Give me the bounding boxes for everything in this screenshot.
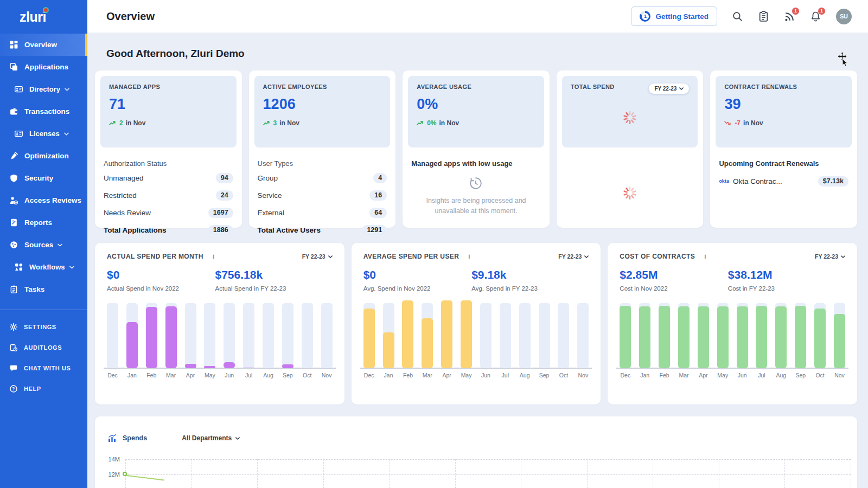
getting-started-button[interactable]: 1 Getting Started (631, 7, 717, 26)
info-icon[interactable]: i (213, 253, 214, 260)
gridline (192, 459, 192, 488)
row-value-pill: 4 (373, 173, 387, 183)
bar-value (185, 364, 196, 368)
bell-icon[interactable]: 1 (810, 11, 821, 22)
sidebar-item-auditlogs[interactable]: AUDITLOGS (0, 337, 87, 358)
total-row: Total Applications 1886 (104, 221, 233, 239)
sidebar-item-reports[interactable]: Reports (0, 211, 87, 234)
managed-apps-panel: MANAGED APPS 71 2 in Nov (100, 76, 237, 147)
bar-dec (620, 299, 631, 368)
bars-area (363, 299, 589, 368)
search-icon[interactable] (732, 11, 743, 22)
loading-spinner (622, 110, 637, 125)
card-title: CONTRACT RENEWALS (724, 84, 843, 90)
main-content: Good Afternoon, Zluri Demo MANAGED APPS … (87, 33, 868, 488)
month-label: Oct (302, 372, 313, 378)
fiscal-year-dropdown[interactable]: FY 22-23 (558, 253, 589, 260)
bar-may (717, 299, 729, 368)
month-label: Jan (383, 372, 394, 378)
sidebar-item-chat-with-us[interactable]: CHAT WITH US (0, 358, 87, 378)
info-icon[interactable]: i (468, 253, 470, 260)
bar-mar (422, 299, 433, 368)
sidebar-item-transactions[interactable]: Transactions (0, 100, 87, 123)
bar-track (519, 303, 531, 368)
bar-jan (383, 299, 394, 368)
bar-nov (321, 299, 333, 368)
sidebar-item-settings[interactable]: SETTINGS (0, 317, 87, 337)
bar-value (243, 368, 254, 368)
fiscal-year-dropdown[interactable]: FY 22-23 (649, 84, 689, 94)
settings-icon (10, 323, 17, 331)
sidebar-item-directory[interactable]: Directory (0, 78, 87, 100)
sidebar-item-security[interactable]: Security (0, 167, 87, 189)
insights-placeholder: Insights are being processed and unavail… (411, 176, 541, 217)
stat-list: Unmanaged94Restricted24Needs Review1697 (104, 169, 233, 221)
chart-title: COST OF CONTRACTS (620, 253, 695, 260)
user-avatar[interactable]: SU (836, 9, 852, 24)
month-labels: DecJanFebMarAprMayJunJulAugSepOctNov (620, 372, 845, 378)
security-icon (10, 174, 18, 182)
bar-track (500, 303, 511, 368)
total-row: Total Active Users 1291 (258, 221, 387, 239)
fiscal-year-dropdown[interactable]: FY 22-23 (815, 253, 845, 260)
month-label: Jan (126, 372, 138, 378)
clipboard-icon[interactable] (758, 11, 769, 22)
stat-label: Actual Spend in Nov 2022 (107, 285, 215, 292)
bar-value (678, 306, 690, 368)
bar-dec (107, 299, 118, 368)
whats-new-feed-icon[interactable]: 1 (784, 11, 795, 22)
sidebar-item-applications[interactable]: Applications (0, 56, 87, 78)
departments-value: All Departments (182, 434, 232, 442)
chart-title: AVERAGE SPEND PER USER (363, 253, 459, 260)
month-label: Apr (185, 372, 196, 378)
zluri-logo[interactable]: zluri (0, 0, 87, 34)
total-spend-card: TOTAL SPEND FY 22-23 (557, 70, 704, 228)
trend-down-icon (724, 120, 732, 126)
row-value-pill: 94 (216, 173, 233, 183)
bar-jul (243, 299, 254, 368)
month-label: Sep (795, 372, 806, 378)
gridline (719, 459, 719, 488)
bar-mar (165, 299, 177, 368)
stat-cards-row: MANAGED APPS 71 2 in Nov Authorization S… (95, 70, 857, 228)
month-label: Nov (834, 372, 845, 378)
header-actions: 1 Getting Started 1 1 SU (631, 7, 852, 26)
sidebar-item-label: Optimization (24, 152, 69, 160)
gridline (389, 459, 390, 488)
bar-oct (558, 299, 569, 368)
sidebar-item-workflows[interactable]: Workflows (0, 256, 87, 278)
stat-value: $0 (363, 268, 472, 281)
bar-track (243, 303, 254, 368)
svg-text:?: ? (12, 386, 15, 391)
sidebar-item-label: Workflows (29, 263, 65, 271)
sidebar-item-label: AUDITLOGS (24, 344, 62, 351)
chevron-down-icon (841, 255, 845, 258)
bar-track (185, 303, 196, 368)
sidebar-item-sources[interactable]: Sources (0, 234, 87, 256)
trend-up-icon (417, 120, 424, 126)
chevron-down-icon (64, 132, 69, 136)
sidebar-item-overview[interactable]: Overview (0, 34, 87, 56)
sidebar-item-licenses[interactable]: Licenses (0, 123, 87, 145)
chart-title: ACTUAL SPEND PER MONTH (107, 253, 203, 260)
departments-dropdown[interactable]: All Departments (182, 434, 240, 442)
chevron-down-icon (235, 437, 240, 440)
month-label: Jun (737, 372, 748, 378)
renewal-row-okta[interactable]: okta Okta Contrac... $7.13k (719, 171, 848, 191)
fiscal-year-dropdown[interactable]: FY 22-23 (302, 253, 333, 260)
sidebar-item-help[interactable]: ?HELP (0, 378, 87, 399)
fiscal-year-value: FY 22-23 (815, 253, 838, 260)
card-value: 0% (417, 96, 535, 113)
info-icon[interactable]: i (704, 253, 706, 260)
sidebar-item-access-reviews[interactable]: Access Reviews (0, 189, 87, 211)
month-label: Jul (756, 372, 767, 378)
sidebar-item-tasks[interactable]: Tasks (0, 278, 87, 300)
stat-label: Cost in FY 22-23 (728, 285, 837, 292)
fiscal-year-value: FY 22-23 (302, 253, 326, 260)
month-label: Nov (577, 372, 589, 378)
bar-value (834, 314, 845, 368)
top-header: Overview 1 Getting Started 1 1 (87, 0, 868, 33)
sidebar-item-optimization[interactable]: Optimization (0, 145, 87, 167)
stat-label: Cost in Nov 2022 (620, 285, 728, 292)
average-usage-card: AVERAGE USAGE 0% 0% in Nov Managed apps … (403, 70, 550, 228)
